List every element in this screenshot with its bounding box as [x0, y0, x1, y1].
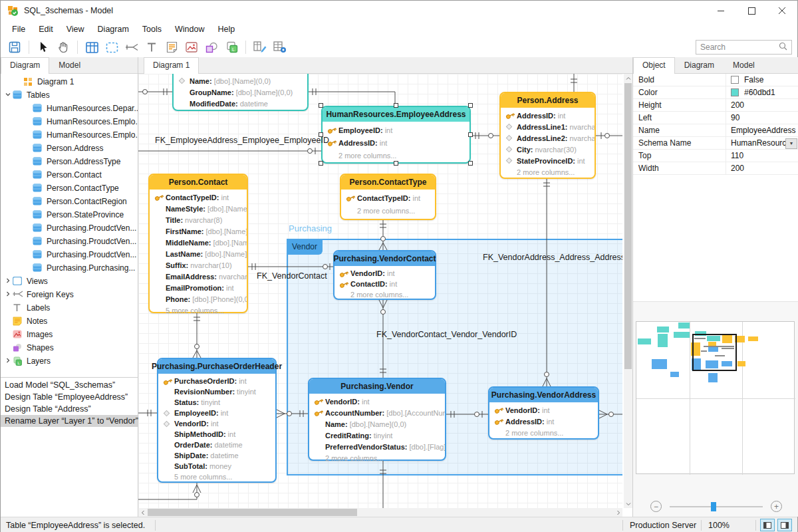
scroll-down-arrow[interactable] [624, 499, 632, 508]
tab-props-object[interactable]: Object [633, 57, 675, 74]
history-entry[interactable]: Design Table “EmployeeAddress” [1, 391, 138, 403]
tree-item-purchasing-proudctven-[interactable]: Purchasing.ProudctVen... [1, 248, 138, 261]
checkbox-unchecked[interactable] [731, 76, 739, 84]
save-button[interactable] [5, 39, 25, 56]
fk-relationship-label[interactable]: FK_EmployeeAddress_Employee_EmployeeID [155, 136, 329, 145]
color-swatch[interactable] [731, 88, 739, 96]
tree-item-labels[interactable]: Labels [1, 301, 138, 315]
tab-props-model[interactable]: Model [724, 57, 764, 73]
new-relation-button[interactable] [122, 39, 142, 56]
tree-item-notes[interactable]: Notes [1, 315, 138, 328]
tree-item-person-contactregion[interactable]: Person.ContactRegion [1, 195, 138, 208]
zoom-out-button[interactable]: − [650, 501, 662, 512]
new-table-button[interactable] [82, 39, 102, 56]
chevron-right-icon[interactable] [3, 291, 13, 298]
tree-item-person-contact[interactable]: Person.Contact [1, 168, 138, 182]
history-entry[interactable]: Load Model “SQL_3schemas” [1, 379, 138, 391]
pointer-button[interactable] [33, 39, 53, 56]
tree-item-person-addresstype[interactable]: Person.AddressType [1, 155, 138, 168]
selection-handle[interactable] [468, 132, 473, 137]
zoom-in-button[interactable]: + [771, 501, 782, 512]
new-layer-button[interactable]: L [221, 39, 241, 56]
fk-relationship-label[interactable]: FK_VendorContact [257, 271, 327, 281]
property-row-top[interactable]: Top110 [633, 150, 798, 162]
tree-item-purchasing-purchasing-[interactable]: Purchasing.Purchasing... [1, 261, 138, 275]
tree-item-diagram-1[interactable]: Diagram 1 [1, 75, 138, 88]
selection-handle[interactable] [468, 161, 473, 166]
diagram-overview-minimap[interactable] [633, 301, 798, 496]
canvas-table-Purchasing.VendorAddress[interactable]: Purchasing.VendorAddressVendorID:intAddr… [488, 386, 599, 440]
new-label-button[interactable] [142, 39, 162, 56]
status-server[interactable]: Production Server [623, 521, 701, 530]
menu-file[interactable]: File [6, 23, 31, 36]
selection-handle[interactable] [319, 132, 323, 137]
horizontal-scroll-thumb[interactable] [148, 509, 357, 516]
property-row-color[interactable]: Color#60dbd1 [633, 86, 798, 99]
new-shape-button[interactable] [201, 39, 221, 56]
property-row-height[interactable]: Height200 [633, 99, 798, 112]
canvas-table-HumanResources.EmployeeAddress[interactable]: HumanResources.EmployeeAddressEmployeeID… [321, 106, 471, 164]
tree-item-views[interactable]: Views [1, 275, 138, 288]
design-table-button[interactable] [250, 39, 270, 56]
canvas-table-cropped[interactable]: Name:[dbo].[Name](0,0)GroupName:[dbo].[N… [172, 74, 309, 111]
tree-item-humanresources-emplo-[interactable]: HumanResources.Emplo... [1, 128, 138, 142]
property-row-width[interactable]: Width200 [633, 162, 798, 175]
tab-diagram-1[interactable]: Diagram 1 [144, 57, 199, 74]
selection-handle[interactable] [394, 161, 398, 166]
property-row-name[interactable]: NameEmployeeAddress [633, 124, 798, 137]
scroll-left-arrow[interactable] [138, 508, 147, 517]
close-button[interactable] [767, 1, 797, 21]
toggle-right-panel-button[interactable] [777, 519, 792, 531]
tree-item-foreign-keys[interactable]: Foreign Keys [1, 288, 138, 301]
tree-item-humanresources-emplo-[interactable]: HumanResources.Emplo... [1, 115, 138, 128]
canvas-table-Purchasing.PurchaseOrderHeader[interactable]: Purchasing.PurchaseOrderHeaderPurchaseOr… [157, 358, 277, 483]
property-value[interactable]: HumanResources▼ [726, 137, 798, 149]
property-row-left[interactable]: Left90 [633, 112, 798, 124]
canvas-table-Person.Address[interactable]: Person.AddressAddressID:intAddressLine1:… [499, 92, 596, 179]
hand-button[interactable] [53, 39, 73, 56]
menu-edit[interactable]: Edit [33, 23, 59, 36]
selection-handle[interactable] [319, 103, 323, 108]
tree-item-person-stateprovince[interactable]: Person.StateProvince [1, 208, 138, 221]
new-region-button[interactable] [102, 39, 122, 56]
vertical-scroll-thumb[interactable] [624, 83, 632, 369]
tree-item-images[interactable]: Images [1, 328, 138, 341]
fk-relationship-label[interactable]: FK_VendorAddress_Address_AddressID [483, 253, 622, 262]
property-value[interactable]: 200 [726, 99, 798, 111]
canvas-table-Purchasing.Vendor[interactable]: Purchasing.VendorVendorID:intAccountNumb… [308, 378, 446, 461]
chevron-right-icon[interactable] [3, 278, 13, 285]
property-value[interactable]: False [726, 74, 798, 86]
property-value[interactable]: EmployeeAddress [726, 124, 798, 136]
selection-handle[interactable] [468, 103, 473, 108]
table-options-button[interactable] [270, 39, 290, 56]
history-entry[interactable]: Rename Layer “Layer 1” to “Vendor” [1, 415, 138, 427]
tab-left-model[interactable]: Model [49, 57, 90, 73]
selection-handle[interactable] [319, 161, 323, 166]
menu-diagram[interactable]: Diagram [92, 23, 135, 36]
scroll-right-arrow[interactable] [614, 508, 622, 517]
horizontal-scrollbar[interactable] [138, 508, 622, 517]
tree-item-layers[interactable]: LLayers [1, 354, 138, 368]
menu-help[interactable]: Help [211, 23, 241, 36]
selection-handle[interactable] [394, 103, 398, 108]
canvas-table-Person.ContactType[interactable]: Person.ContactTypeContactTypeID:int2 mor… [340, 174, 436, 220]
tree-item-humanresources-depar-[interactable]: HumanResources.Depar... [1, 102, 138, 115]
new-image-button[interactable] [182, 39, 201, 56]
zoom-slider-track[interactable] [670, 506, 763, 507]
property-row-schema-name[interactable]: Schema NameHumanResources▼ [633, 137, 798, 150]
chevron-right-icon[interactable] [3, 358, 13, 364]
canvas-table-Purchasing.VendorContact[interactable]: Purchasing.VendorContactVendorID:intCont… [333, 250, 436, 300]
tree-item-shapes[interactable]: Shapes [1, 341, 138, 354]
menu-view[interactable]: View [61, 23, 90, 36]
minimize-button[interactable] [706, 1, 736, 21]
tree-item-purchasing-proudctven-[interactable]: Purchasing.ProudctVen... [1, 221, 138, 235]
canvas-table-Person.Contact[interactable]: Person.ContactContactTypeID:intNameStyle… [148, 174, 248, 313]
tree-item-person-address[interactable]: Person.Address [1, 142, 138, 155]
diagram-canvas[interactable]: Purchasing Vendor [138, 74, 622, 508]
history-entry[interactable]: Design Table “Address” [1, 403, 138, 415]
fk-relationship-label[interactable]: FK_VendorContact_Vendor_VendorID [376, 330, 517, 339]
tree-item-tables[interactable]: Tables [1, 88, 138, 102]
property-value[interactable]: 110 [726, 150, 798, 162]
scroll-up-arrow[interactable] [624, 74, 632, 82]
dropdown-arrow-icon[interactable]: ▼ [785, 138, 797, 149]
